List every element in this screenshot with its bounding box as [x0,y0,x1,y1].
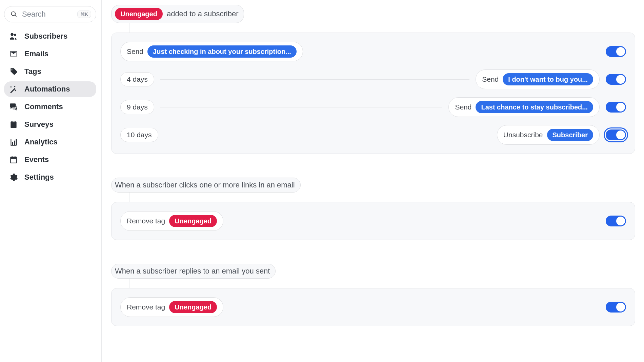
connector-line [164,135,491,135]
sidebar-item-label: Events [24,155,49,164]
automation-step: 4 daysSend I don't want to bug you... [120,69,626,89]
automation-step: 10 daysUnsubscribe Subscriber [120,125,626,145]
automation-trigger[interactable]: When a subscriber clicks one or more lin… [111,178,301,193]
step-toggle[interactable] [606,216,626,226]
envelope-icon [9,49,18,58]
tag-pill: Unengaged [169,301,217,313]
action-label: Remove tag [127,217,165,225]
sidebar-nav: Subscribers Emails Tags Automations Comm… [3,28,98,185]
gear-icon [9,173,18,182]
sidebar-item-label: Comments [24,102,63,111]
sidebar-item-automations[interactable]: Automations [4,81,96,97]
delay-chip[interactable]: 4 days [120,72,154,86]
sidebar-item-label: Analytics [24,138,58,146]
action-chip[interactable]: Send Last chance to stay subscribed... [448,97,600,117]
action-label: Unsubscribe [503,131,543,139]
sidebar-item-settings[interactable]: Settings [4,169,96,185]
search-placeholder: Search [22,10,46,19]
automation-panel: Send Just checking in about your subscri… [111,33,635,154]
email-pill: I don't want to bug you... [503,73,593,85]
calendar-icon [9,155,18,164]
delay-chip[interactable]: 10 days [120,128,158,142]
sidebar-item-subscribers[interactable]: Subscribers [4,28,96,44]
sidebar-item-surveys[interactable]: Surveys [4,117,96,132]
comments-icon [9,102,18,111]
connector-line [160,79,469,80]
action-chip[interactable]: Send Just checking in about your subscri… [120,42,303,61]
automation-panel: Remove tag Unengaged [111,202,635,240]
sidebar-item-label: Automations [24,85,70,94]
step-toggle[interactable] [606,46,626,57]
sidebar-item-label: Settings [24,173,54,182]
action-chip[interactable]: Unsubscribe Subscriber [497,125,600,145]
step-toggle[interactable] [606,129,626,140]
sidebar-item-label: Subscribers [24,32,67,41]
delay-chip[interactable]: 9 days [120,100,154,114]
sidebar-item-label: Tags [24,67,41,76]
step-toggle[interactable] [606,74,626,85]
connector-line [160,107,443,107]
search-input[interactable]: Search ⌘K [4,6,96,22]
step-toggle[interactable] [606,302,626,313]
trigger-text: When a subscriber clicks one or more lin… [115,181,295,189]
sidebar-item-events[interactable]: Events [4,152,96,167]
action-label: Send [455,103,471,111]
sidebar-item-comments[interactable]: Comments [4,99,96,115]
automation-step: 9 daysSend Last chance to stay subscribe… [120,97,626,117]
step-toggle[interactable] [606,102,626,113]
action-chip[interactable]: Remove tag Unengaged [120,297,223,317]
sidebar-item-tags[interactable]: Tags [4,64,96,79]
action-label: Send [482,75,499,83]
search-shortcut: ⌘K [77,11,91,18]
automation-step: Remove tag Unengaged [120,297,626,317]
trigger-text: added to a subscriber [167,9,239,18]
search-icon [11,11,17,18]
email-pill: Just checking in about your subscription… [147,45,297,58]
automation-trigger[interactable]: When a subscriber replies to an email yo… [111,264,276,279]
connector-line [129,193,129,202]
automation-step: Send Just checking in about your subscri… [120,42,626,61]
main-content: Unengagedadded to a subscriberSend Just … [102,0,644,362]
automation-panel: Remove tag Unengaged [111,288,635,326]
users-icon [9,32,18,41]
trigger-text: When a subscriber replies to an email yo… [115,267,270,276]
chart-icon [9,138,18,146]
sidebar: Search ⌘K Subscribers Emails Tags Automa… [0,0,102,362]
sidebar-item-label: Emails [24,49,48,58]
action-chip[interactable]: Send I don't want to bug you... [476,69,600,89]
action-chip[interactable]: Remove tag Unengaged [120,211,223,231]
wand-icon [9,85,18,94]
tag-pill: Unengaged [169,215,217,227]
tag-pill: Unengaged [115,8,163,20]
email-pill: Last chance to stay subscribed... [476,101,593,113]
clipboard-icon [9,120,18,129]
target-pill: Subscriber [547,129,593,141]
action-label: Remove tag [127,303,165,311]
connector-line [129,279,129,288]
tag-icon [9,67,18,76]
sidebar-item-emails[interactable]: Emails [4,46,96,62]
sidebar-item-analytics[interactable]: Analytics [4,134,96,150]
action-label: Send [127,47,143,56]
automation-trigger[interactable]: Unengagedadded to a subscriber [111,5,244,23]
connector-line [129,23,129,33]
sidebar-item-label: Surveys [24,120,54,129]
automation-step: Remove tag Unengaged [120,211,626,231]
